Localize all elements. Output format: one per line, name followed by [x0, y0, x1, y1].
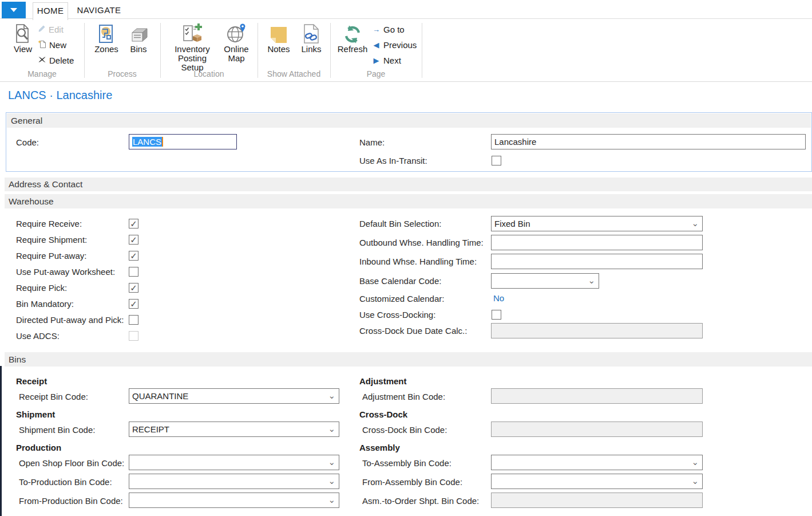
- require-pick-label: Require Pick:: [16, 283, 67, 293]
- base-calendar-code-label: Base Calendar Code:: [359, 276, 441, 286]
- previous-arrow-icon: ◀: [372, 41, 381, 49]
- from-production-bin-code-select[interactable]: ⌄: [129, 493, 339, 508]
- page-title: LANCS · Lancashire: [8, 89, 112, 102]
- to-production-bin-code-label: To-Production Bin Code:: [19, 477, 112, 487]
- from-assembly-bin-code-label: From-Assembly Bin Code:: [362, 477, 462, 487]
- zones-icon: [98, 22, 115, 44]
- ribbon-separator: [422, 23, 422, 78]
- ribbon-tab-bar: HOME NAVIGATE: [0, 0, 812, 19]
- zones-button[interactable]: Zones: [92, 22, 121, 54]
- production-group-title: Production: [16, 443, 61, 452]
- cross-dock-bin-code-label: Cross-Dock Bin Code:: [362, 425, 447, 435]
- bins-section-header[interactable]: Bins: [5, 352, 812, 367]
- cross-dock-group-title: Cross-Dock: [359, 409, 407, 419]
- inbound-whse-handling-time-label: Inbound Whse. Handling Time:: [359, 257, 477, 266]
- receipt-bin-code-label: Receipt Bin Code:: [19, 392, 88, 401]
- window-edge: [0, 366, 2, 516]
- directed-put-away-and-pick-checkbox[interactable]: ✓: [129, 315, 138, 325]
- group-label-page: Page: [330, 69, 422, 78]
- from-assembly-bin-code-select[interactable]: ⌄: [491, 474, 703, 489]
- next-arrow-icon: ▶: [372, 56, 381, 65]
- previous-button[interactable]: ◀ Previous: [372, 37, 417, 53]
- name-input[interactable]: Lancashire: [491, 134, 806, 149]
- customized-calendar-label: Customized Calendar:: [359, 294, 444, 304]
- go-to-button[interactable]: → Go to: [372, 22, 417, 37]
- open-shop-floor-bin-code-select[interactable]: ⌄: [129, 455, 339, 470]
- delete-x-icon: [38, 56, 46, 65]
- edit-button[interactable]: Edit: [38, 22, 74, 37]
- to-assembly-bin-code-label: To-Assembly Bin Code:: [362, 458, 451, 468]
- address-contact-section-header[interactable]: Address & Contact: [5, 178, 812, 191]
- default-bin-selection-label: Default Bin Selection:: [359, 219, 441, 229]
- inventory-posting-setup-button[interactable]: Inventory Posting Setup: [169, 22, 215, 72]
- to-production-bin-code-select[interactable]: ⌄: [129, 474, 339, 489]
- tab-home[interactable]: HOME: [33, 2, 68, 20]
- open-shop-floor-bin-code-label: Open Shop Floor Bin Code:: [19, 458, 124, 468]
- receipt-group-title: Receipt: [16, 376, 47, 386]
- chevron-down-icon: ⌄: [588, 274, 595, 287]
- to-assembly-bin-code-select[interactable]: ⌄: [491, 455, 703, 470]
- chevron-down-icon: ⌄: [691, 474, 699, 488]
- pencil-icon: [38, 25, 46, 34]
- require-put-away-label: Require Put-away:: [16, 251, 86, 261]
- chevron-down-icon: ⌄: [328, 493, 335, 507]
- new-button[interactable]: New: [38, 37, 74, 53]
- warehouse-section-header[interactable]: Warehouse: [5, 194, 812, 208]
- cross-dock-due-date-calc-label: Cross-Dock Due Date Calc.:: [359, 326, 467, 336]
- require-receive-checkbox[interactable]: ✓: [129, 219, 138, 229]
- base-calendar-code-select[interactable]: ⌄: [491, 273, 599, 289]
- app-menu-button[interactable]: [2, 2, 26, 18]
- use-adcs-label: Use ADCS:: [16, 331, 60, 341]
- refresh-icon: [343, 22, 362, 44]
- notes-button[interactable]: Notes: [264, 22, 293, 54]
- notes-icon: [270, 22, 287, 44]
- directed-put-away-and-pick-label: Directed Put-away and Pick:: [16, 315, 124, 325]
- chevron-down-icon: ⌄: [691, 216, 699, 230]
- bin-mandatory-checkbox[interactable]: ✓: [129, 299, 138, 309]
- group-label-manage: Manage: [0, 69, 84, 78]
- use-put-away-worksheet-label: Use Put-away Worksheet:: [16, 267, 115, 277]
- group-label-process: Process: [84, 69, 160, 78]
- use-put-away-worksheet-checkbox[interactable]: ✓: [129, 267, 138, 277]
- links-button[interactable]: Links: [298, 22, 325, 54]
- use-cross-docking-checkbox[interactable]: ✓: [492, 310, 501, 320]
- shipment-bin-code-select[interactable]: RECEIPT⌄: [129, 422, 339, 437]
- use-as-in-transit-checkbox[interactable]: ✓: [492, 156, 501, 166]
- shipment-group-title: Shipment: [16, 409, 55, 419]
- require-put-away-checkbox[interactable]: ✓: [129, 251, 138, 261]
- asm-to-order-shpt-bin-code-input: [491, 493, 703, 508]
- adjustment-bin-code-label: Adjustment Bin Code:: [362, 392, 445, 401]
- caret-down-icon: [10, 8, 17, 12]
- assembly-group-title: Assembly: [359, 443, 400, 452]
- code-input[interactable]: LANCS: [129, 134, 237, 149]
- view-button[interactable]: View: [9, 22, 37, 54]
- require-pick-checkbox[interactable]: ✓: [129, 283, 138, 293]
- customized-calendar-link[interactable]: No: [493, 293, 504, 303]
- cross-dock-bin-code-input: [491, 422, 703, 437]
- delete-button[interactable]: Delete: [38, 53, 74, 68]
- outbound-whse-handling-time-label: Outbound Whse. Handling Time:: [359, 238, 484, 247]
- tab-navigate[interactable]: NAVIGATE: [76, 2, 122, 19]
- refresh-button[interactable]: Refresh: [336, 22, 369, 54]
- inbound-whse-handling-time-input[interactable]: [491, 254, 703, 269]
- outbound-whse-handling-time-input[interactable]: [491, 235, 703, 250]
- use-adcs-checkbox: ✓: [129, 331, 138, 341]
- require-shipment-checkbox[interactable]: ✓: [129, 235, 138, 245]
- name-label: Name:: [359, 137, 385, 147]
- ribbon: HOME NAVIGATE View Edit: [0, 0, 812, 82]
- general-section-header[interactable]: General: [7, 113, 811, 128]
- chevron-down-icon: ⌄: [328, 455, 335, 469]
- bin-mandatory-label: Bin Mandatory:: [16, 299, 74, 309]
- from-production-bin-code-label: From-Production Bin Code:: [19, 496, 123, 506]
- chevron-down-icon: ⌄: [328, 422, 335, 436]
- next-button[interactable]: ▶ Next: [372, 53, 417, 68]
- shipment-bin-code-label: Shipment Bin Code:: [19, 425, 95, 435]
- cross-dock-due-date-calc-input: [491, 323, 703, 338]
- default-bin-selection-select[interactable]: Fixed Bin⌄: [491, 216, 703, 231]
- online-map-icon: [226, 22, 247, 44]
- receipt-bin-code-select[interactable]: QUARANTINE⌄: [129, 388, 339, 404]
- online-map-button[interactable]: Online Map: [220, 22, 253, 63]
- adjustment-bin-code-input: [491, 388, 703, 404]
- group-label-location: Location: [160, 69, 258, 78]
- bins-button[interactable]: Bins: [125, 22, 152, 54]
